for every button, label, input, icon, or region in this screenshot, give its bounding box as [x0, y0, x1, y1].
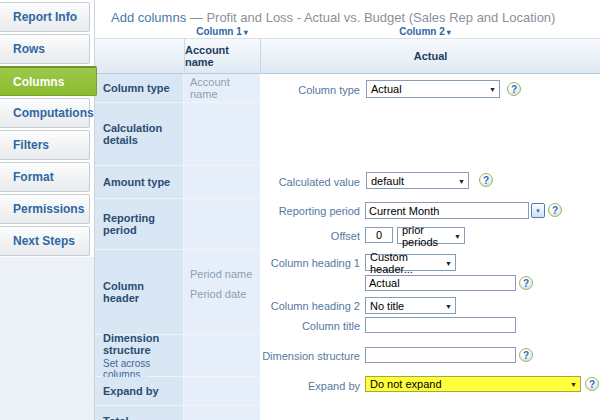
sidebar-item-label: Next Steps — [13, 234, 75, 248]
row-label: Column header — [95, 250, 184, 335]
sidebar-item-columns[interactable]: Columns — [0, 66, 97, 96]
dropdown-arrow-icon: ▼ — [454, 232, 461, 239]
chevron-down-icon: ▾ — [447, 28, 451, 37]
sidebar-item-label: Report Info — [13, 10, 77, 24]
column-heading-1-text-input[interactable] — [365, 275, 516, 291]
row-label-text: Column type — [103, 82, 183, 94]
column2-menu-label: Column 2 — [399, 26, 445, 37]
column-heading-2-select[interactable]: No title ▼ — [365, 297, 456, 314]
column-type-select-value: Actual — [371, 83, 402, 95]
dropdown-arrow-icon: ▼ — [445, 302, 452, 309]
chevron-down-icon: ▾ — [244, 28, 248, 37]
dimension-structure-help-icon[interactable]: ? — [519, 348, 533, 362]
dropdown-arrow-icon: ▼ — [445, 259, 452, 266]
column1-menu[interactable]: Column 1▾ — [184, 26, 260, 37]
expand-by-label: Expand by — [220, 380, 360, 392]
sidebar-item-label: Columns — [13, 75, 64, 89]
dimension-structure-label: Dimension structure — [220, 350, 360, 362]
row-label: Expand by — [95, 377, 184, 406]
sidebar-item-format[interactable]: Format — [0, 162, 90, 192]
page-title: Add columns — Profit and Loss - Actual v… — [111, 10, 555, 25]
dropdown-arrow-icon: ▼ — [570, 381, 577, 388]
reporting-period-label: Reporting period — [220, 205, 360, 217]
column-heading-2-select-value: No title — [370, 300, 404, 312]
column1-period-name-value: Period name — [190, 268, 252, 280]
sidebar-item-label: Computations — [13, 106, 94, 120]
calculated-value-help-icon[interactable]: ? — [479, 173, 493, 187]
reporting-period-help-icon[interactable]: ? — [548, 203, 562, 217]
reporting-period-input[interactable] — [365, 202, 529, 219]
column-heading-1-select-value: Custom header... — [370, 251, 441, 275]
row-label: Amount type — [95, 166, 184, 199]
offset-label: Offset — [220, 230, 360, 242]
dropdown-arrow-icon: ▼ — [489, 86, 496, 93]
row-label-text: Reporting period — [103, 212, 183, 236]
row-label: Dimension structure Set across columns..… — [95, 335, 184, 377]
calculated-value-label: Calculated value — [220, 176, 360, 188]
sidebar-item-computations[interactable]: Computations — [0, 98, 90, 128]
page-title-action: Add columns — [111, 10, 186, 25]
offset-input[interactable] — [365, 227, 393, 243]
column1-value-cell — [184, 406, 260, 420]
row-label: Reporting period — [95, 199, 184, 250]
sidebar-item-filters[interactable]: Filters — [0, 130, 90, 160]
column2-header-text: Actual — [414, 50, 448, 62]
column-heading-1-select[interactable]: Custom header... ▼ — [365, 254, 456, 271]
offset-unit-select-value: prior periods — [402, 224, 450, 248]
row-label-text: Total — [103, 415, 183, 420]
grid-header-row: Account name Actual — [95, 38, 600, 74]
row-label-text: Column header — [103, 280, 183, 304]
add-columns-page: Report Info Rows Columns Computations Fi… — [0, 0, 600, 420]
offset-unit-select[interactable]: prior periods ▼ — [397, 227, 465, 244]
column1-header-cell: Account name — [184, 39, 260, 73]
column1-period-date-value: Period date — [190, 288, 246, 300]
row-label-text: Calculation details — [103, 122, 183, 146]
sidebar-item-next-steps[interactable]: Next Steps — [0, 226, 90, 256]
column-heading-1-help-icon[interactable]: ? — [519, 276, 533, 290]
sidebar-item-label: Filters — [13, 138, 49, 152]
row-label-text: Expand by — [103, 385, 183, 397]
column1-value-cell — [184, 103, 260, 166]
column-type-help-icon[interactable]: ? — [507, 82, 521, 96]
sidebar-item-label: Rows — [13, 42, 45, 56]
row-calculation-details: Calculation details — [95, 103, 260, 166]
column-heading-1-label: Column heading 1 — [220, 257, 360, 269]
column-heading-2-label: Column heading 2 — [220, 300, 360, 312]
grid-header-spacer — [95, 39, 184, 73]
dimension-structure-input[interactable] — [365, 347, 516, 363]
sidebar-item-rows[interactable]: Rows — [0, 34, 90, 64]
row-label: Calculation details — [95, 103, 184, 166]
column2-header-cell: Actual — [260, 39, 600, 73]
sidebar-background — [0, 257, 94, 420]
row-label: Total — [95, 406, 184, 420]
column1-menu-label: Column 1 — [196, 26, 242, 37]
sidebar-item-label: Format — [13, 170, 54, 184]
row-total: Total — [95, 406, 260, 420]
row-label-text: Dimension structure — [103, 332, 183, 356]
row-label: Column type — [95, 74, 184, 103]
expand-by-help-icon[interactable]: ? — [585, 377, 599, 391]
column2-menu[interactable]: Column 2▾ — [260, 26, 590, 37]
column-title-label: Column title — [220, 320, 360, 332]
column-type-label: Column type — [220, 84, 360, 96]
page-title-report-name: — Profit and Loss - Actual vs. Budget (S… — [190, 10, 556, 25]
dropdown-arrow-icon: ▼ — [535, 208, 541, 214]
column-type-select[interactable]: Actual ▼ — [366, 80, 500, 98]
column-title-input[interactable] — [365, 317, 516, 333]
column1-header-text: Account name — [185, 44, 260, 68]
dropdown-arrow-icon: ▼ — [458, 177, 465, 184]
expand-by-select-value: Do not expand — [370, 378, 442, 390]
sidebar-item-permissions[interactable]: Permissions — [0, 194, 90, 224]
sidebar-item-report-info[interactable]: Report Info — [0, 2, 90, 32]
expand-by-select[interactable]: Do not expand ▼ — [365, 376, 581, 392]
calculated-value-select-value: default — [371, 175, 404, 187]
sidebar-item-label: Permissions — [13, 202, 84, 216]
row-label-text: Amount type — [103, 176, 183, 188]
calculated-value-select[interactable]: default ▼ — [366, 172, 469, 189]
reporting-period-dropdown-button[interactable]: ▼ — [531, 203, 545, 218]
